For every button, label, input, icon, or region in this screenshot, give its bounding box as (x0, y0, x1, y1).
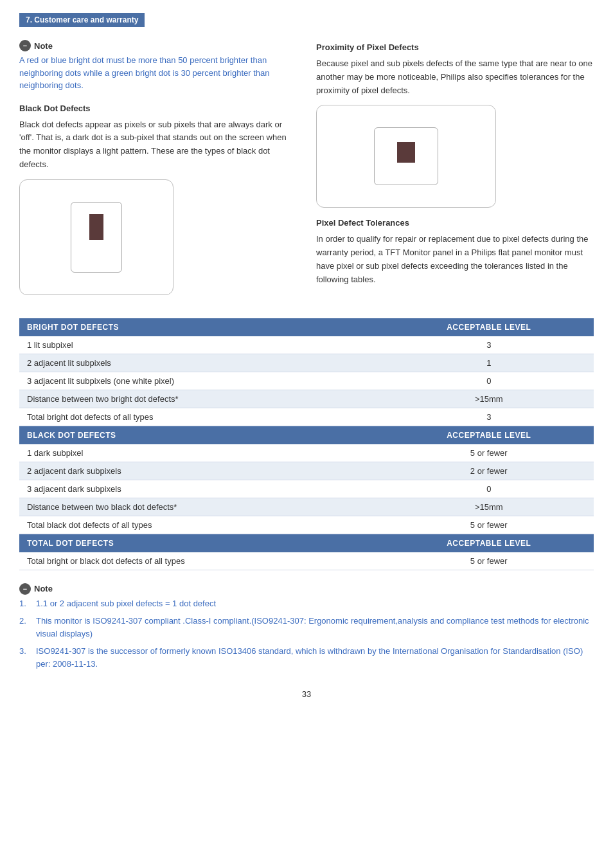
note-list-num: 2. (19, 615, 32, 640)
tolerances-body: In order to qualify for repair or replac… (316, 233, 594, 286)
note-icon-bottom: − (19, 583, 31, 595)
bright-row-4-col1: Total bright dot defects of all types (19, 408, 384, 426)
header-bar: 7. Customer care and warranty (19, 13, 145, 27)
note-list-item: 1.1.1 or 2 adjacent sub pixel defects = … (19, 597, 594, 610)
bright-row-3-col2: >15mm (384, 390, 594, 408)
diagram-right (316, 105, 496, 208)
table-row: 2 adjacent dark subpixels 2 or fewer (19, 462, 594, 480)
table-row: 3 adjacent dark subpixels 0 (19, 480, 594, 498)
page-number: 33 (19, 689, 594, 699)
table-row: 1 dark subpixel 5 or fewer (19, 444, 594, 462)
proximity-heading: Proximity of Pixel Defects (316, 42, 594, 52)
note-list-item: 2.This monitor is ISO9241-307 compliant … (19, 615, 594, 640)
note-label-left: Note (34, 41, 53, 51)
note-list-text: This monitor is ISO9241-307 compliant .C… (36, 615, 594, 640)
black-row-1-col1: 2 adjacent dark subpixels (19, 462, 384, 480)
left-column: − Note A red or blue bright dot must be … (19, 40, 297, 305)
diagram-left (19, 179, 173, 295)
right-column: Proximity of Pixel Defects Because pixel… (316, 40, 594, 305)
inner-box-left (71, 202, 122, 273)
total-header-col2: ACCEPTABLE LEVEL (384, 534, 594, 552)
black-row-0-col1: 1 dark subpixel (19, 444, 384, 462)
table-row: 1 lit subpixel 3 (19, 336, 594, 354)
black-row-2-col2: 0 (384, 480, 594, 498)
note-list-item: 3.ISO9241-307 is the successor of former… (19, 645, 594, 670)
bright-row-1-col2: 1 (384, 354, 594, 372)
total-header-row: TOTAL DOT DEFECTS ACCEPTABLE LEVEL (19, 534, 594, 552)
top-note-block: − Note A red or blue bright dot must be … (19, 40, 297, 92)
bright-row-2-col2: 0 (384, 372, 594, 390)
black-header-row: BLACK DOT DEFECTS ACCEPTABLE LEVEL (19, 426, 594, 444)
black-row-4-col2: 5 or fewer (384, 516, 594, 534)
bright-row-0-col2: 3 (384, 336, 594, 354)
note-list: 1.1.1 or 2 adjacent sub pixel defects = … (19, 597, 594, 671)
bottom-note-title: − Note (19, 583, 594, 595)
bright-row-4-col2: 3 (384, 408, 594, 426)
note-icon-left: − (19, 40, 31, 51)
bright-row-3-col1: Distance between two bright dot defects* (19, 390, 384, 408)
note-text-left: A red or blue bright dot must be more th… (19, 54, 297, 92)
bottom-note-label: Note (34, 584, 53, 593)
tolerances-heading: Pixel Defect Tolerances (316, 218, 594, 228)
bright-header-col1: BRIGHT DOT DEFECTS (19, 318, 384, 336)
note-list-text: ISO9241-307 is the successor of formerly… (36, 645, 594, 670)
black-row-1-col2: 2 or fewer (384, 462, 594, 480)
page-wrapper: 7. Customer care and warranty − Note A r… (0, 0, 613, 868)
total-row-0-col1: Total bright or black dot defects of all… (19, 552, 384, 570)
note-list-num: 1. (19, 597, 32, 610)
black-row-0-col2: 5 or fewer (384, 444, 594, 462)
bright-row-1-col1: 2 adjacent lit subpixels (19, 354, 384, 372)
black-row-4-col1: Total black dot defects of all types (19, 516, 384, 534)
table-row: 2 adjacent lit subpixels 1 (19, 354, 594, 372)
bright-header-col2: ACCEPTABLE LEVEL (384, 318, 594, 336)
header-section: 7. Customer care and warranty (19, 13, 594, 37)
table-row: Total black dot defects of all types 5 o… (19, 516, 594, 534)
black-row-3-col2: >15mm (384, 498, 594, 516)
table-row: Total bright dot defects of all types 3 (19, 408, 594, 426)
black-row-2-col1: 3 adjacent dark subpixels (19, 480, 384, 498)
note-title: − Note (19, 40, 297, 51)
black-row-3-col1: Distance between two black dot defects* (19, 498, 384, 516)
black-header-col2: ACCEPTABLE LEVEL (384, 426, 594, 444)
bright-row-0-col1: 1 lit subpixel (19, 336, 384, 354)
proximity-body: Because pixel and sub pixels defects of … (316, 57, 594, 97)
table-row: Distance between two black dot defects* … (19, 498, 594, 516)
dark-rect-right (397, 142, 415, 163)
inner-box-right (374, 127, 438, 185)
defect-table: BRIGHT DOT DEFECTS ACCEPTABLE LEVEL 1 li… (19, 318, 594, 570)
note-list-text: 1.1 or 2 adjacent sub pixel defects = 1 … (36, 597, 216, 610)
table-row: Distance between two bright dot defects*… (19, 390, 594, 408)
table-row: Total bright or black dot defects of all… (19, 552, 594, 570)
two-col-layout: − Note A red or blue bright dot must be … (19, 40, 594, 305)
black-header-col1: BLACK DOT DEFECTS (19, 426, 384, 444)
bright-header-row: BRIGHT DOT DEFECTS ACCEPTABLE LEVEL (19, 318, 594, 336)
total-header-col1: TOTAL DOT DEFECTS (19, 534, 384, 552)
bottom-notes: − Note 1.1.1 or 2 adjacent sub pixel def… (19, 583, 594, 671)
dark-rect-left (89, 214, 103, 240)
total-row-0-col2: 5 or fewer (384, 552, 594, 570)
bright-row-2-col1: 3 adjacent lit subpixels (one white pixe… (19, 372, 384, 390)
black-dot-heading: Black Dot Defects (19, 104, 297, 113)
black-dot-body: Black dot defects appear as pixels or su… (19, 118, 297, 172)
table-row: 3 adjacent lit subpixels (one white pixe… (19, 372, 594, 390)
note-list-num: 3. (19, 645, 32, 670)
